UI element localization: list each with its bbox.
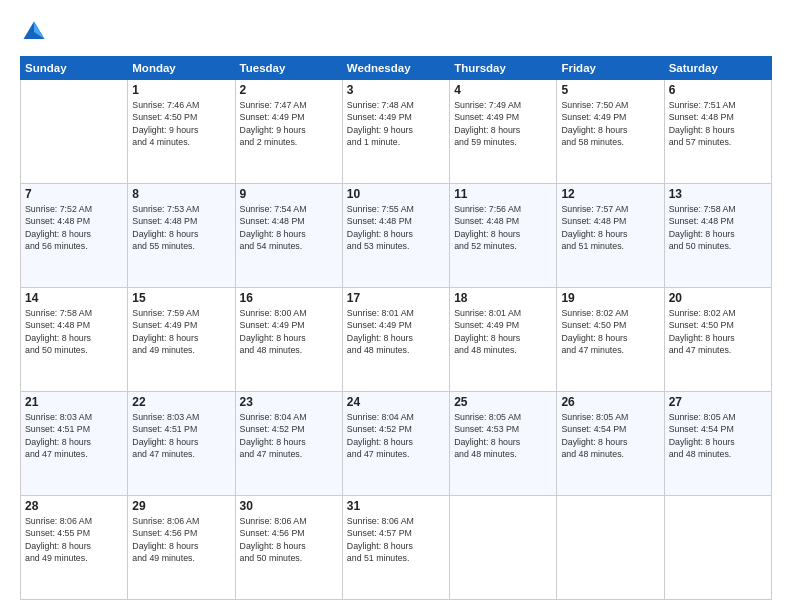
- calendar-cell: 17Sunrise: 8:01 AM Sunset: 4:49 PM Dayli…: [342, 288, 449, 392]
- calendar-cell: 4Sunrise: 7:49 AM Sunset: 4:49 PM Daylig…: [450, 80, 557, 184]
- calendar-cell: [557, 496, 664, 600]
- calendar-week-3: 21Sunrise: 8:03 AM Sunset: 4:51 PM Dayli…: [21, 392, 772, 496]
- day-number: 15: [132, 291, 230, 305]
- calendar-cell: 13Sunrise: 7:58 AM Sunset: 4:48 PM Dayli…: [664, 184, 771, 288]
- weekday-header-wednesday: Wednesday: [342, 57, 449, 80]
- day-info: Sunrise: 8:05 AM Sunset: 4:54 PM Dayligh…: [669, 411, 767, 460]
- weekday-header-thursday: Thursday: [450, 57, 557, 80]
- calendar-cell: 28Sunrise: 8:06 AM Sunset: 4:55 PM Dayli…: [21, 496, 128, 600]
- day-info: Sunrise: 7:55 AM Sunset: 4:48 PM Dayligh…: [347, 203, 445, 252]
- calendar-cell: 29Sunrise: 8:06 AM Sunset: 4:56 PM Dayli…: [128, 496, 235, 600]
- calendar-cell: 14Sunrise: 7:58 AM Sunset: 4:48 PM Dayli…: [21, 288, 128, 392]
- weekday-header-sunday: Sunday: [21, 57, 128, 80]
- calendar-week-1: 7Sunrise: 7:52 AM Sunset: 4:48 PM Daylig…: [21, 184, 772, 288]
- day-number: 1: [132, 83, 230, 97]
- calendar-cell: 5Sunrise: 7:50 AM Sunset: 4:49 PM Daylig…: [557, 80, 664, 184]
- weekday-header-row: SundayMondayTuesdayWednesdayThursdayFrid…: [21, 57, 772, 80]
- day-info: Sunrise: 7:58 AM Sunset: 4:48 PM Dayligh…: [669, 203, 767, 252]
- day-info: Sunrise: 7:51 AM Sunset: 4:48 PM Dayligh…: [669, 99, 767, 148]
- day-number: 20: [669, 291, 767, 305]
- day-info: Sunrise: 8:05 AM Sunset: 4:53 PM Dayligh…: [454, 411, 552, 460]
- calendar-cell: 31Sunrise: 8:06 AM Sunset: 4:57 PM Dayli…: [342, 496, 449, 600]
- day-info: Sunrise: 8:03 AM Sunset: 4:51 PM Dayligh…: [132, 411, 230, 460]
- calendar-cell: 16Sunrise: 8:00 AM Sunset: 4:49 PM Dayli…: [235, 288, 342, 392]
- calendar-cell: 21Sunrise: 8:03 AM Sunset: 4:51 PM Dayli…: [21, 392, 128, 496]
- calendar-cell: 30Sunrise: 8:06 AM Sunset: 4:56 PM Dayli…: [235, 496, 342, 600]
- day-number: 21: [25, 395, 123, 409]
- day-info: Sunrise: 7:48 AM Sunset: 4:49 PM Dayligh…: [347, 99, 445, 148]
- day-number: 31: [347, 499, 445, 513]
- day-number: 3: [347, 83, 445, 97]
- day-number: 14: [25, 291, 123, 305]
- day-info: Sunrise: 8:03 AM Sunset: 4:51 PM Dayligh…: [25, 411, 123, 460]
- day-info: Sunrise: 7:53 AM Sunset: 4:48 PM Dayligh…: [132, 203, 230, 252]
- day-number: 6: [669, 83, 767, 97]
- day-info: Sunrise: 8:02 AM Sunset: 4:50 PM Dayligh…: [669, 307, 767, 356]
- weekday-header-tuesday: Tuesday: [235, 57, 342, 80]
- day-number: 28: [25, 499, 123, 513]
- calendar-cell: 2Sunrise: 7:47 AM Sunset: 4:49 PM Daylig…: [235, 80, 342, 184]
- day-info: Sunrise: 7:46 AM Sunset: 4:50 PM Dayligh…: [132, 99, 230, 148]
- day-number: 10: [347, 187, 445, 201]
- day-number: 24: [347, 395, 445, 409]
- day-number: 25: [454, 395, 552, 409]
- day-info: Sunrise: 7:58 AM Sunset: 4:48 PM Dayligh…: [25, 307, 123, 356]
- day-number: 13: [669, 187, 767, 201]
- calendar-week-0: 1Sunrise: 7:46 AM Sunset: 4:50 PM Daylig…: [21, 80, 772, 184]
- day-info: Sunrise: 8:04 AM Sunset: 4:52 PM Dayligh…: [347, 411, 445, 460]
- day-info: Sunrise: 8:02 AM Sunset: 4:50 PM Dayligh…: [561, 307, 659, 356]
- day-number: 18: [454, 291, 552, 305]
- calendar-week-2: 14Sunrise: 7:58 AM Sunset: 4:48 PM Dayli…: [21, 288, 772, 392]
- day-number: 17: [347, 291, 445, 305]
- day-info: Sunrise: 8:04 AM Sunset: 4:52 PM Dayligh…: [240, 411, 338, 460]
- calendar-cell: 23Sunrise: 8:04 AM Sunset: 4:52 PM Dayli…: [235, 392, 342, 496]
- calendar-cell: 15Sunrise: 7:59 AM Sunset: 4:49 PM Dayli…: [128, 288, 235, 392]
- weekday-header-friday: Friday: [557, 57, 664, 80]
- day-info: Sunrise: 7:50 AM Sunset: 4:49 PM Dayligh…: [561, 99, 659, 148]
- day-number: 4: [454, 83, 552, 97]
- day-number: 2: [240, 83, 338, 97]
- day-info: Sunrise: 7:54 AM Sunset: 4:48 PM Dayligh…: [240, 203, 338, 252]
- day-number: 30: [240, 499, 338, 513]
- day-info: Sunrise: 7:47 AM Sunset: 4:49 PM Dayligh…: [240, 99, 338, 148]
- calendar-cell: 20Sunrise: 8:02 AM Sunset: 4:50 PM Dayli…: [664, 288, 771, 392]
- day-number: 12: [561, 187, 659, 201]
- day-number: 26: [561, 395, 659, 409]
- calendar-cell: 11Sunrise: 7:56 AM Sunset: 4:48 PM Dayli…: [450, 184, 557, 288]
- day-info: Sunrise: 8:01 AM Sunset: 4:49 PM Dayligh…: [347, 307, 445, 356]
- calendar-cell: 27Sunrise: 8:05 AM Sunset: 4:54 PM Dayli…: [664, 392, 771, 496]
- calendar-cell: 25Sunrise: 8:05 AM Sunset: 4:53 PM Dayli…: [450, 392, 557, 496]
- day-info: Sunrise: 8:06 AM Sunset: 4:57 PM Dayligh…: [347, 515, 445, 564]
- calendar-cell: 1Sunrise: 7:46 AM Sunset: 4:50 PM Daylig…: [128, 80, 235, 184]
- calendar-cell: 6Sunrise: 7:51 AM Sunset: 4:48 PM Daylig…: [664, 80, 771, 184]
- calendar-cell: 9Sunrise: 7:54 AM Sunset: 4:48 PM Daylig…: [235, 184, 342, 288]
- day-info: Sunrise: 8:00 AM Sunset: 4:49 PM Dayligh…: [240, 307, 338, 356]
- day-number: 5: [561, 83, 659, 97]
- day-number: 11: [454, 187, 552, 201]
- day-number: 8: [132, 187, 230, 201]
- day-number: 23: [240, 395, 338, 409]
- calendar-cell: 26Sunrise: 8:05 AM Sunset: 4:54 PM Dayli…: [557, 392, 664, 496]
- calendar-cell: 8Sunrise: 7:53 AM Sunset: 4:48 PM Daylig…: [128, 184, 235, 288]
- calendar-week-4: 28Sunrise: 8:06 AM Sunset: 4:55 PM Dayli…: [21, 496, 772, 600]
- day-number: 9: [240, 187, 338, 201]
- logo: [20, 18, 52, 46]
- day-number: 7: [25, 187, 123, 201]
- calendar-cell: 10Sunrise: 7:55 AM Sunset: 4:48 PM Dayli…: [342, 184, 449, 288]
- day-info: Sunrise: 8:06 AM Sunset: 4:55 PM Dayligh…: [25, 515, 123, 564]
- calendar-cell: [664, 496, 771, 600]
- calendar-cell: [21, 80, 128, 184]
- calendar-cell: 12Sunrise: 7:57 AM Sunset: 4:48 PM Dayli…: [557, 184, 664, 288]
- day-info: Sunrise: 7:57 AM Sunset: 4:48 PM Dayligh…: [561, 203, 659, 252]
- weekday-header-monday: Monday: [128, 57, 235, 80]
- day-info: Sunrise: 8:05 AM Sunset: 4:54 PM Dayligh…: [561, 411, 659, 460]
- calendar-table: SundayMondayTuesdayWednesdayThursdayFrid…: [20, 56, 772, 600]
- day-info: Sunrise: 8:06 AM Sunset: 4:56 PM Dayligh…: [240, 515, 338, 564]
- calendar-cell: 7Sunrise: 7:52 AM Sunset: 4:48 PM Daylig…: [21, 184, 128, 288]
- day-info: Sunrise: 7:49 AM Sunset: 4:49 PM Dayligh…: [454, 99, 552, 148]
- calendar-cell: [450, 496, 557, 600]
- day-info: Sunrise: 8:01 AM Sunset: 4:49 PM Dayligh…: [454, 307, 552, 356]
- day-number: 22: [132, 395, 230, 409]
- calendar-cell: 24Sunrise: 8:04 AM Sunset: 4:52 PM Dayli…: [342, 392, 449, 496]
- page: SundayMondayTuesdayWednesdayThursdayFrid…: [0, 0, 792, 612]
